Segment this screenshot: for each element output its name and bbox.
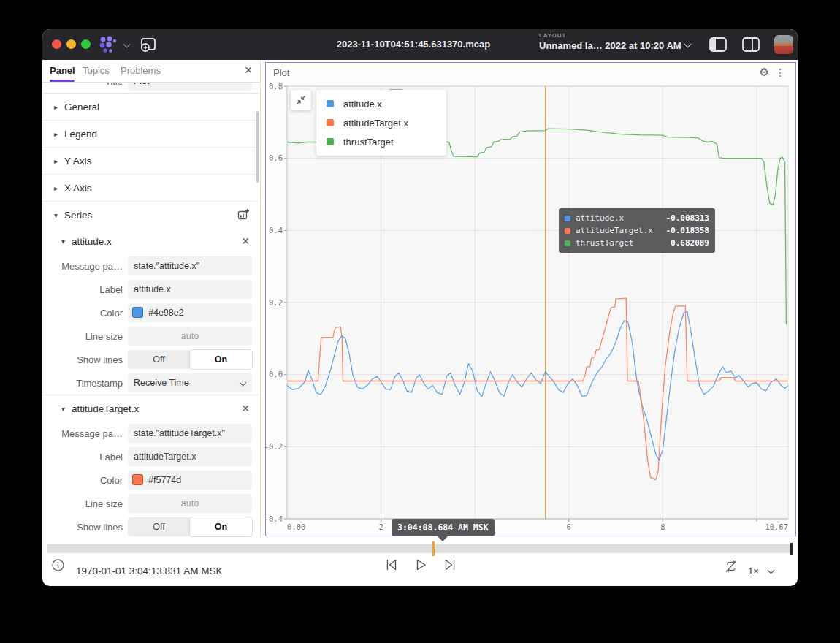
tooltip-row: attitudeTarget.x -0.018358 xyxy=(565,224,709,237)
layout-switcher[interactable]: LAYOUT Unnamed la… 2022 at 10:20 AM xyxy=(539,32,692,51)
repeat-toggle-button[interactable] xyxy=(724,559,738,577)
svg-text:6: 6 xyxy=(567,522,571,531)
series-item-attitude-x[interactable]: ▾ attitude.x ✕ xyxy=(42,228,260,254)
foxglove-logo-icon[interactable] xyxy=(96,35,120,54)
close-sidebar-icon[interactable]: ✕ xyxy=(244,64,253,76)
field-row-color: Color #f5774d xyxy=(42,468,260,492)
chevron-down-icon xyxy=(768,567,775,574)
field-row-timestamp: Timestamp Receive Time xyxy=(42,371,260,395)
play-icon xyxy=(413,558,428,572)
seek-forward-button[interactable] xyxy=(443,558,457,575)
section-x-axis[interactable]: ▸ X Axis xyxy=(42,175,260,202)
show-lines-on-button[interactable]: On xyxy=(190,517,252,536)
chevron-right-icon: ▸ xyxy=(54,184,64,192)
label-input[interactable]: attitude.x xyxy=(128,280,252,299)
tab-panel[interactable]: Panel xyxy=(50,60,75,82)
color-swatch[interactable] xyxy=(132,474,143,485)
playhead-marker[interactable] xyxy=(432,541,435,556)
chevron-down-icon: ▾ xyxy=(61,405,72,413)
user-avatar[interactable] xyxy=(774,35,793,54)
scrubber-end-marker xyxy=(790,543,793,555)
recording-filename: 2023-11-10T04:51:45.631370.mcap xyxy=(304,29,523,60)
section-series[interactable]: ▾ Series xyxy=(42,202,260,228)
seek-backward-button[interactable] xyxy=(384,558,399,575)
color-input[interactable]: #4e98e2 xyxy=(128,303,252,322)
maximize-window-button[interactable] xyxy=(81,39,91,49)
close-window-button[interactable] xyxy=(52,39,61,49)
field-row-line-size: Line size auto xyxy=(42,324,260,348)
tooltip-color-chip xyxy=(565,228,570,234)
label-input[interactable]: attitudeTarget.x xyxy=(128,447,252,466)
field-row-message-path: Message pa… state."attitudeTarget.x" xyxy=(42,422,260,445)
content-area: Panel Topics Problems ✕ Title Plot ▸ Gen… xyxy=(42,60,798,537)
add-series-button[interactable] xyxy=(237,208,250,223)
legend-collapse-button[interactable] xyxy=(291,90,311,110)
message-path-input[interactable]: state."attitudeTarget.x" xyxy=(128,424,252,443)
current-timestamp: 1970-01-01 3:04:13.831 AM MSK xyxy=(76,557,222,586)
svg-text:8: 8 xyxy=(660,522,665,531)
legend-color-chip xyxy=(327,100,334,107)
show-lines-off-button[interactable]: Off xyxy=(128,350,190,369)
color-input[interactable]: #f5774d xyxy=(128,471,252,490)
svg-text:0.6: 0.6 xyxy=(269,153,283,162)
line-size-input[interactable]: auto xyxy=(128,327,252,346)
field-row-color: Color #4e98e2 xyxy=(42,301,260,324)
show-lines-off-button[interactable]: Off xyxy=(128,517,190,536)
series-item-attitude-target-x[interactable]: ▾ attitudeTarget.x ✕ xyxy=(42,395,260,422)
info-icon xyxy=(52,559,64,571)
chevron-down-icon xyxy=(240,379,247,387)
title-field[interactable]: Plot xyxy=(128,83,252,91)
remove-series-icon[interactable]: ✕ xyxy=(241,403,250,414)
app-window: 2023-11-10T04:51:45.631370.mcap LAYOUT U… xyxy=(42,29,798,586)
timestamp-select[interactable]: Receive Time xyxy=(128,373,252,392)
legend-item-thrust-target[interactable]: thrustTarget xyxy=(316,132,446,151)
tab-topics[interactable]: Topics xyxy=(83,60,110,82)
remove-series-icon[interactable]: ✕ xyxy=(241,235,250,247)
plot-panel[interactable]: Plot ⚙ ⋮ 0.80.60.40.20.0-0.2-0.40.002681… xyxy=(265,62,796,536)
show-lines-on-button[interactable]: On xyxy=(190,350,252,369)
legend-item-attitude-x[interactable]: attitude.x xyxy=(316,94,446,113)
toggle-right-sidebar-button[interactable] xyxy=(742,37,760,52)
title-field-label: Title xyxy=(42,83,123,87)
section-general[interactable]: ▸ General xyxy=(42,94,260,121)
left-sidebar-icon xyxy=(709,37,727,52)
tooltip-row: thrustTarget 0.682089 xyxy=(565,237,709,249)
message-path-input[interactable]: state."attitude.x" xyxy=(128,256,252,275)
layout-name: Unnamed la… 2022 at 10:20 AM xyxy=(539,40,692,51)
add-panel-icon xyxy=(139,36,158,53)
seek-forward-icon xyxy=(443,558,457,572)
svg-text:-0.4: -0.4 xyxy=(266,514,283,523)
playback-scrubber[interactable] xyxy=(47,544,793,553)
active-tab-underline xyxy=(50,80,75,82)
line-size-input[interactable]: auto xyxy=(128,494,252,513)
app-menu-chevron-icon[interactable] xyxy=(123,41,131,48)
section-legend[interactable]: ▸ Legend xyxy=(42,121,260,148)
section-y-axis[interactable]: ▸ Y Axis xyxy=(42,148,260,175)
recording-info-button[interactable] xyxy=(52,559,64,574)
playback-speed-select[interactable]: 1× xyxy=(748,557,774,586)
titlebar: 2023-11-10T04:51:45.631370.mcap LAYOUT U… xyxy=(42,29,798,60)
settings-sidebar: Panel Topics Problems ✕ Title Plot ▸ Gen… xyxy=(42,60,261,537)
legend-color-chip xyxy=(327,119,334,126)
sidebar-scrollbar[interactable] xyxy=(256,111,259,183)
field-row-show-lines: Show lines Off On xyxy=(42,348,260,371)
minimize-window-button[interactable] xyxy=(66,39,76,49)
chevron-down-icon: ▾ xyxy=(61,237,72,246)
hover-values-tooltip: attitude.x -0.008313 attitudeTarget.x -0… xyxy=(559,208,715,253)
toggle-left-sidebar-button[interactable] xyxy=(709,37,727,52)
sidebar-tabs: Panel Topics Problems ✕ xyxy=(42,60,260,83)
show-lines-toggle: Off On xyxy=(128,517,252,536)
field-row-line-size: Line size auto xyxy=(42,492,260,515)
clipped-title-row: Title Plot xyxy=(42,83,260,93)
legend-color-chip xyxy=(327,138,334,145)
seek-backward-icon xyxy=(384,558,399,572)
color-swatch[interactable] xyxy=(132,307,143,318)
add-series-icon xyxy=(237,208,250,221)
add-panel-button[interactable] xyxy=(139,36,158,53)
chevron-right-icon: ▸ xyxy=(54,130,64,138)
legend-item-attitude-target-x[interactable]: attitudeTarget.x xyxy=(316,113,446,132)
field-row-show-lines: Show lines Off On xyxy=(42,515,260,537)
svg-text:0.8: 0.8 xyxy=(269,82,283,91)
play-button[interactable] xyxy=(413,558,428,575)
tab-problems[interactable]: Problems xyxy=(121,60,161,82)
